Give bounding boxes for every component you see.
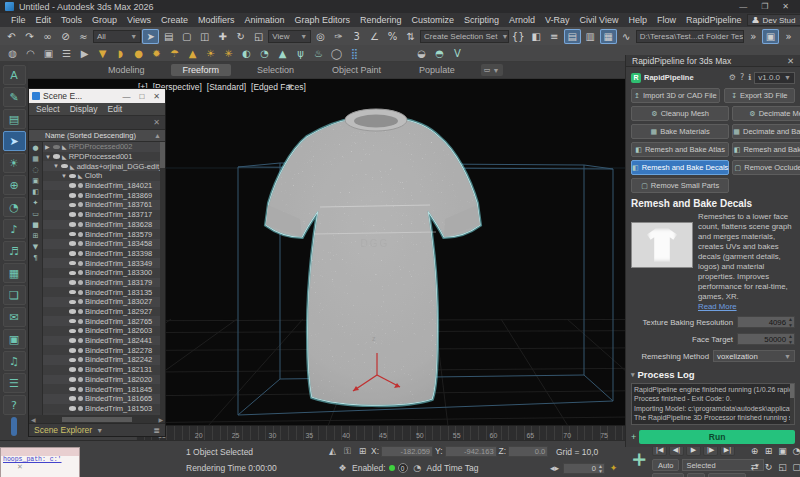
use-pivot-center-icon[interactable]: ◎ (312, 29, 329, 44)
speaker-tool-icon[interactable]: ♬ (3, 241, 26, 261)
viewport-label-segment[interactable]: [Edged Faces] (251, 82, 306, 92)
visibility-eye-icon[interactable] (69, 387, 76, 392)
sphere-light-icon[interactable]: ● (130, 46, 147, 61)
visibility-eye-icon[interactable] (69, 406, 76, 411)
texture-resolution-input[interactable]: 4096 ▲▼ (737, 316, 795, 328)
visibility-eye-icon[interactable] (69, 300, 76, 305)
menu-item[interactable]: Help (623, 15, 652, 25)
curve-editor-icon[interactable]: ∿ (618, 29, 635, 44)
menu-item[interactable]: Scripting (459, 15, 504, 25)
ribbon-display-icon[interactable]: ▭ ▼ (481, 64, 503, 76)
select-and-rotate-icon[interactable]: ↻ (232, 29, 249, 44)
display-all-icon[interactable]: ● (32, 144, 38, 152)
rapidpipeline-panel-titlebar[interactable]: RapidPipeline for 3ds Max ✕ (626, 55, 800, 67)
gray-sphere-icon[interactable]: ◯ (328, 46, 345, 61)
snap-toggle-icon[interactable]: 3 (348, 29, 365, 44)
chart-icon[interactable]: ◔ (256, 46, 273, 61)
display-groups-icon[interactable]: ■ (32, 221, 39, 229)
ribbon-tab[interactable]: Object Paint (320, 64, 393, 76)
angle-snap-icon[interactable]: ∠ (366, 29, 383, 44)
display-lights-icon[interactable]: ▣ (32, 177, 39, 185)
arnold-a-icon[interactable]: A (3, 65, 26, 85)
create-selection-set-select[interactable]: Create Selection Set▼ (420, 30, 509, 43)
visibility-eye-icon[interactable] (69, 183, 76, 188)
timeline-ruler[interactable]: 15202530354045505560657075 (136, 425, 630, 440)
light-lister-icon[interactable]: ☀ (3, 153, 26, 173)
close-button[interactable]: ✕ (782, 2, 789, 11)
curve-icon-button[interactable]: π (687, 473, 704, 477)
expand-arrow-icon[interactable]: ▼ (61, 173, 67, 179)
tree-leaf-row[interactable]: BindedTrim_183579 (43, 229, 165, 239)
render-setup-icon[interactable]: ▣ (762, 29, 779, 44)
explorer-menu-item[interactable]: Display (70, 104, 98, 114)
tree-leaf-row[interactable]: BindedTrim_183717 (43, 210, 165, 220)
maximize-viewport-icon[interactable]: ▢ (790, 459, 800, 474)
visibility-eye-icon[interactable] (69, 193, 76, 198)
pipeline-action-button[interactable]: ⚙ Decimate Mesh (732, 106, 800, 121)
selection-filter-select[interactable]: All▼ (93, 30, 141, 43)
tree-leaf-row[interactable]: BindedTrim_183869 (43, 190, 165, 200)
visibility-eye-icon[interactable] (69, 309, 76, 314)
tree-leaf-row[interactable]: BindedTrim_183398 (43, 249, 165, 259)
tree-leaf-row[interactable]: BindedTrim_183628 (43, 220, 165, 230)
create-plus-icon[interactable]: ＋ (627, 442, 651, 476)
tree-leaf-row[interactable]: BindedTrim_181503 (43, 404, 165, 414)
maximize-button[interactable]: □ (139, 92, 144, 101)
settings-icon[interactable]: ⚙ (729, 73, 736, 82)
visibility-eye-icon[interactable] (69, 232, 76, 237)
chat-icon[interactable]: ✉ (3, 307, 26, 327)
visibility-eye-icon[interactable] (69, 290, 76, 295)
fire-effect-icon[interactable]: ♨ (310, 46, 327, 61)
select-and-manipulate-icon[interactable]: ✑ (330, 29, 347, 44)
expand-arrow-icon[interactable]: ▶ (45, 143, 51, 150)
project-folder-select[interactable]: D:\Teresa\Test...ct Folder Test▼ (636, 30, 745, 43)
collapse-icon[interactable]: ▾ (631, 371, 635, 379)
z-coordinate-input[interactable]: 0.0 (508, 446, 548, 457)
arc-rotate-icon[interactable]: ◠ (22, 46, 39, 61)
video-camera-icon[interactable]: ▶ (76, 46, 93, 61)
minimize-button[interactable]: — (122, 92, 130, 101)
select-object-icon[interactable]: ➤ (142, 29, 159, 44)
help-icon[interactable]: ? (740, 73, 744, 82)
visibility-eye-icon[interactable] (53, 145, 60, 150)
batch-render-icon[interactable]: ☰ (58, 46, 75, 61)
process-log-output[interactable]: RapidPipeline engine finished running (1… (631, 383, 795, 425)
explorer-search-input[interactable]: ✕ (29, 116, 165, 130)
visibility-eye-icon[interactable] (69, 212, 76, 217)
maximize-button[interactable]: ❐ (761, 2, 768, 11)
toggle-layer-explorer-icon[interactable]: ▥ (582, 29, 599, 44)
crossing-selection-icon[interactable]: ◫ (196, 29, 213, 44)
absolute-mode-icon[interactable]: ⊞ (356, 445, 369, 457)
script-editor-icon[interactable]: ✎ (3, 87, 26, 107)
visibility-eye-icon[interactable] (69, 338, 76, 343)
cone-light-icon[interactable]: ▲ (184, 46, 201, 61)
menu-item[interactable]: Edit (31, 15, 57, 25)
close-button[interactable]: ✕ (153, 92, 160, 101)
scene-explorer-titlebar[interactable]: Scene E... — □ ✕ (29, 89, 165, 103)
ribbon-tab[interactable]: Modeling (96, 64, 157, 76)
key-mode-icon[interactable]: ✦ (607, 462, 620, 474)
rectangular-selection-icon[interactable]: ▢ (178, 29, 195, 44)
visibility-eye-icon[interactable] (69, 358, 76, 363)
visibility-eye-icon[interactable] (69, 319, 76, 324)
log-scrollbar[interactable] (790, 384, 794, 424)
remeshing-method-select[interactable]: voxelization ▼ (713, 350, 795, 362)
display-geometry-icon[interactable]: ▦ (32, 155, 39, 163)
toolbar-overflow-icon[interactable]: » (745, 29, 761, 44)
menu-item[interactable]: Create (156, 15, 193, 25)
help-icon[interactable]: ? (3, 395, 26, 415)
visibility-eye-icon[interactable] (69, 367, 76, 372)
set-key-button[interactable]: Set K. (652, 473, 684, 477)
isolate-selection-icon[interactable]: ◭ (326, 445, 339, 457)
spinner-snap-icon[interactable]: ⇅ (402, 29, 419, 44)
particles-icon[interactable]: ⣿ (346, 46, 363, 61)
visibility-eye-icon[interactable] (69, 271, 76, 276)
bind-to-space-warp-icon[interactable]: ≈ (75, 29, 92, 44)
spinner-arrows[interactable]: ▲▼ (788, 334, 793, 345)
explorer-menu-item[interactable]: Select (36, 104, 60, 114)
reference-coordinate-select[interactable]: View▼ (268, 30, 311, 43)
explorer-column-header[interactable]: Name (Sorted Descending) ▲ (29, 130, 165, 142)
menu-item[interactable]: Rendering (355, 15, 407, 25)
material-override-icon[interactable]: ◓ (431, 46, 448, 61)
tree-parent-row[interactable]: ▼ ◣ Cloth (43, 171, 165, 181)
